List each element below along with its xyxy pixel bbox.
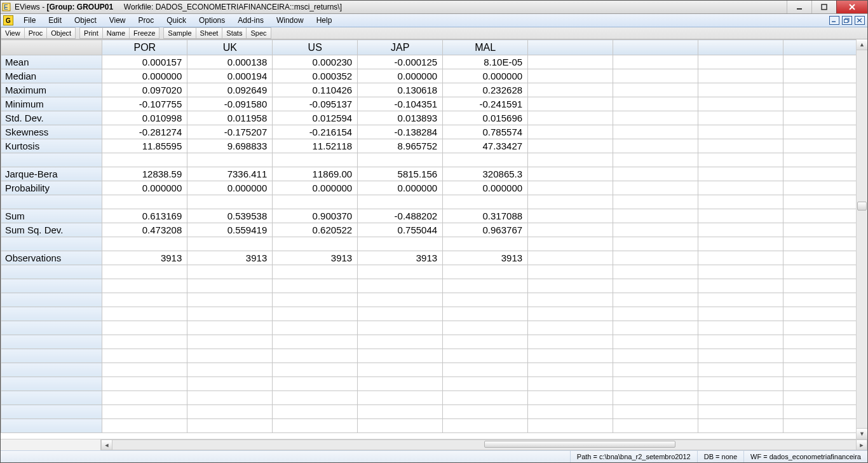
cell[interactable]: 0.110426 xyxy=(273,83,358,97)
cell-empty[interactable] xyxy=(102,293,187,307)
cell[interactable]: 0.000000 xyxy=(443,69,528,83)
cell-empty[interactable] xyxy=(273,321,358,335)
row-header-empty[interactable] xyxy=(1,293,102,307)
cell[interactable] xyxy=(273,195,358,209)
cell-empty[interactable] xyxy=(273,307,358,321)
cell[interactable]: 8.10E-05 xyxy=(443,55,528,69)
cell-empty[interactable] xyxy=(783,279,867,293)
cell-empty[interactable] xyxy=(783,419,867,433)
cell-empty[interactable] xyxy=(613,83,698,97)
cell-empty[interactable] xyxy=(528,97,613,111)
cell[interactable] xyxy=(273,153,358,167)
row-header[interactable]: Jarque-Bera xyxy=(1,167,102,181)
cell-empty[interactable] xyxy=(698,97,783,111)
cell-empty[interactable] xyxy=(783,69,867,83)
cell-empty[interactable] xyxy=(528,391,613,405)
mdi-close-button[interactable] xyxy=(855,16,865,25)
cell[interactable] xyxy=(102,195,187,209)
cell[interactable] xyxy=(443,237,528,251)
cell-empty[interactable] xyxy=(698,293,783,307)
menu-object[interactable]: Object xyxy=(68,14,103,27)
cell[interactable]: 3913 xyxy=(443,251,528,265)
cell-empty[interactable] xyxy=(698,195,783,209)
cell-empty[interactable] xyxy=(528,307,613,321)
cell[interactable]: 0.000230 xyxy=(273,55,358,69)
cell[interactable]: 0.015696 xyxy=(443,111,528,125)
cell[interactable]: 0.000000 xyxy=(358,69,443,83)
cell-empty[interactable] xyxy=(528,111,613,125)
cell-empty[interactable] xyxy=(698,251,783,265)
cell-empty[interactable] xyxy=(613,307,698,321)
cell-empty[interactable] xyxy=(783,181,867,195)
row-header-empty[interactable] xyxy=(1,307,102,321)
cell[interactable]: -0.104351 xyxy=(358,97,443,111)
row-header-empty[interactable] xyxy=(1,363,102,377)
cell-empty[interactable] xyxy=(528,405,613,419)
cell-empty[interactable] xyxy=(102,391,187,405)
cell[interactable]: 320865.3 xyxy=(443,167,528,181)
cell-empty[interactable] xyxy=(443,293,528,307)
cell[interactable]: -0.175207 xyxy=(187,125,273,139)
cell[interactable] xyxy=(443,195,528,209)
row-header[interactable]: Probability xyxy=(1,181,102,195)
cell-empty[interactable] xyxy=(783,111,867,125)
cell-empty[interactable] xyxy=(698,279,783,293)
cell-empty[interactable] xyxy=(528,265,613,279)
cell-empty[interactable] xyxy=(783,321,867,335)
cell[interactable]: 0.000194 xyxy=(187,69,273,83)
row-header[interactable] xyxy=(1,153,102,167)
menu-options[interactable]: Options xyxy=(193,14,231,27)
menu-help[interactable]: Help xyxy=(310,14,339,27)
cell-empty[interactable] xyxy=(358,405,443,419)
cell-empty[interactable] xyxy=(358,363,443,377)
cell-empty[interactable] xyxy=(613,363,698,377)
cell-empty[interactable] xyxy=(187,349,273,363)
cell-empty[interactable] xyxy=(783,195,867,209)
cell-empty[interactable] xyxy=(613,419,698,433)
stats-grid[interactable]: PORUKUSJAPMALMean0.0001570.0001380.00023… xyxy=(1,39,867,439)
cell[interactable]: 0.000000 xyxy=(187,181,273,195)
cell-empty[interactable] xyxy=(613,125,698,139)
cell-empty[interactable] xyxy=(613,251,698,265)
cell[interactable] xyxy=(358,153,443,167)
cell[interactable] xyxy=(102,237,187,251)
cell-empty[interactable] xyxy=(528,321,613,335)
cell-empty[interactable] xyxy=(528,335,613,349)
cell-empty[interactable] xyxy=(698,83,783,97)
cell[interactable]: 0.000138 xyxy=(187,55,273,69)
scroll-thumb[interactable] xyxy=(484,441,675,448)
cell[interactable]: 0.317088 xyxy=(443,209,528,223)
cell[interactable]: 0.010998 xyxy=(102,111,187,125)
row-header-empty[interactable] xyxy=(1,405,102,419)
cell-empty[interactable] xyxy=(613,321,698,335)
cell-empty[interactable] xyxy=(528,293,613,307)
cell-empty[interactable] xyxy=(698,237,783,251)
cell[interactable]: 0.097020 xyxy=(102,83,187,97)
cell-empty[interactable] xyxy=(698,321,783,335)
cell-empty[interactable] xyxy=(273,335,358,349)
cell[interactable]: 0.613169 xyxy=(102,209,187,223)
row-header-empty[interactable] xyxy=(1,377,102,391)
cell-empty[interactable] xyxy=(102,279,187,293)
row-header[interactable]: Sum Sq. Dev. xyxy=(1,223,102,237)
cell-empty[interactable] xyxy=(358,391,443,405)
cell-empty[interactable] xyxy=(358,419,443,433)
cell[interactable]: 0.012594 xyxy=(273,111,358,125)
cell-empty[interactable] xyxy=(698,55,783,69)
toolbar-proc-button[interactable]: Proc xyxy=(25,27,48,39)
cell-empty[interactable] xyxy=(783,237,867,251)
cell[interactable]: 0.092649 xyxy=(187,83,273,97)
scroll-up-arrow-icon[interactable]: ▲ xyxy=(857,39,867,50)
toolbar-print-button[interactable]: Print xyxy=(79,27,103,39)
cell-empty[interactable] xyxy=(698,209,783,223)
cell-empty[interactable] xyxy=(187,405,273,419)
cell-empty[interactable] xyxy=(613,55,698,69)
row-header-empty[interactable] xyxy=(1,265,102,279)
cell-empty[interactable] xyxy=(698,349,783,363)
toolbar-sample-button[interactable]: Sample xyxy=(163,27,196,39)
cell[interactable]: 0.000000 xyxy=(443,181,528,195)
cell-empty[interactable] xyxy=(273,405,358,419)
cell-empty[interactable] xyxy=(698,111,783,125)
cell[interactable]: 0.755044 xyxy=(358,223,443,237)
scroll-right-arrow-icon[interactable]: ► xyxy=(856,440,867,450)
